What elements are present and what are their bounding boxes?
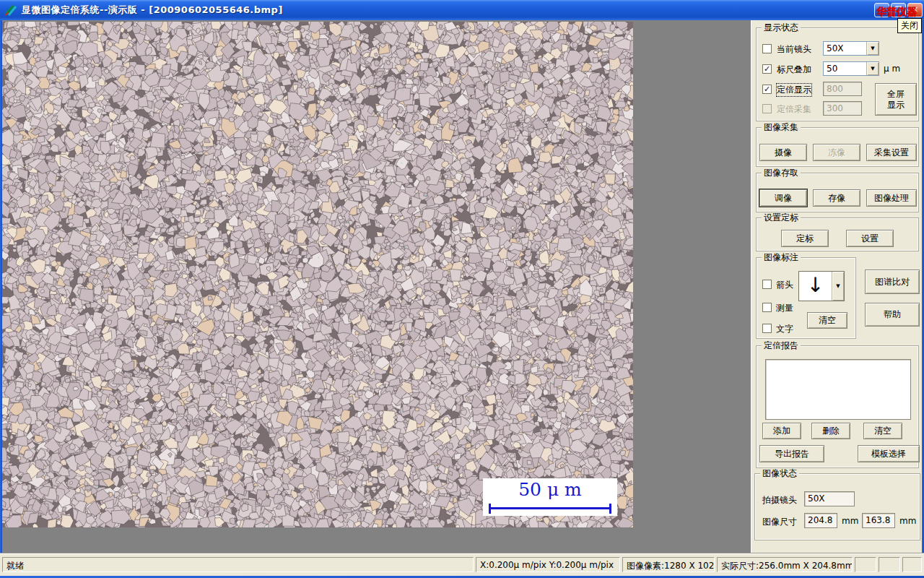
load-image-button[interactable]: 调像 — [759, 189, 807, 207]
status-pane-empty-2 — [879, 557, 900, 572]
group-annotation-label: 图像标注 — [762, 252, 801, 263]
label-shoot-lens: 拍摄镜头 — [762, 494, 797, 506]
label-width-unit: mm — [842, 516, 858, 526]
status-pixels: 图像像素:1280 X 1024 — [622, 557, 715, 572]
group-storage: 图像存取 调像 存像 图像处理 — [756, 173, 919, 212]
status-resolution: X:0.200μ m/pix Y:0.200μ m/pix — [476, 557, 620, 572]
status-ready: 就绪 — [2, 557, 474, 572]
group-display-status-label: 显示状态 — [762, 22, 801, 33]
status-actual-size: 实际尺寸:256.0mm X 204.8mm — [717, 557, 853, 572]
help-button[interactable]: 帮助 — [865, 303, 920, 327]
checkbox-arrow[interactable] — [762, 280, 772, 289]
combo-current-lens[interactable]: 50X ▼ — [823, 41, 879, 56]
field-shoot-lens: 50X — [804, 491, 855, 506]
checkbox-fixed-capture — [762, 104, 772, 113]
label-fixed-display: 定倍显示 — [777, 84, 811, 96]
save-image-button[interactable]: 存像 — [813, 189, 860, 207]
field-image-height: 163.8 — [862, 513, 895, 528]
calibration-settings-button[interactable]: 设置 — [846, 230, 894, 247]
label-scale-overlay: 标尺叠加 — [777, 64, 811, 76]
input-fixed-capture: 300 — [823, 101, 862, 116]
group-report-label: 定倍报告 — [762, 340, 801, 351]
group-image-status-label: 图像状态 — [760, 468, 799, 479]
report-clear-button[interactable]: 清空 — [863, 423, 902, 439]
checkbox-current-lens[interactable] — [762, 44, 772, 53]
status-pane-empty-1 — [855, 557, 876, 572]
scalebar-label: 50 μ m — [483, 479, 617, 501]
group-capture-label: 图像采集 — [762, 122, 801, 133]
window-title: 显微图像定倍系统--演示版 - [20090602055646.bmp] — [22, 4, 283, 17]
group-image-status: 图像状态 拍摄镜头 50X 图像尺寸 204.8 mm 163.8 mm — [754, 473, 920, 540]
group-storage-label: 图像存取 — [762, 168, 801, 178]
micrograph-image — [2, 22, 633, 527]
label-fixed-capture: 定倍采集 — [777, 103, 811, 116]
label-image-size: 图像尺寸 — [762, 516, 797, 528]
app-icon — [4, 4, 17, 17]
clear-annotation-button[interactable]: 清空 — [807, 312, 847, 329]
checkbox-measure[interactable] — [762, 303, 772, 312]
group-calibration: 设置定标 定标 设置 — [756, 217, 919, 251]
freeze-button: 冻像 — [813, 144, 860, 161]
report-listbox[interactable] — [765, 359, 911, 420]
capture-settings-button[interactable]: 采集设置 — [866, 144, 917, 161]
close-tooltip: 关闭 — [897, 18, 922, 33]
close-button[interactable]: ✕ — [907, 3, 923, 17]
status-pane-empty-3 — [902, 557, 922, 572]
image-viewport: 50 μ m — [2, 20, 751, 553]
group-report: 定倍报告 添加 删除 清空 导出报告 模板选择 — [756, 345, 919, 468]
report-add-button[interactable]: 添加 — [762, 423, 801, 439]
checkbox-text[interactable] — [762, 324, 772, 333]
shoot-button[interactable]: 摄像 — [759, 144, 807, 161]
control-panel: 显示状态 当前镜头 50X ▼ ✓ 标尺叠加 50 ▼ μ m ✓ 定倍显示 8… — [751, 20, 922, 553]
check-icon: ✓ — [764, 64, 770, 74]
chevron-down-icon[interactable]: ▼ — [866, 42, 879, 55]
atlas-compare-button[interactable]: 图谱比对 — [865, 269, 920, 294]
group-display-status: 显示状态 当前镜头 50X ▼ ✓ 标尺叠加 50 ▼ μ m ✓ 定倍显示 8… — [756, 27, 919, 121]
combo-scale-value[interactable]: 50 ▼ — [823, 61, 879, 76]
checkbox-scale-overlay[interactable]: ✓ — [762, 64, 772, 74]
label-height-unit: mm — [899, 516, 916, 526]
label-measure: 测量 — [776, 302, 793, 314]
chevron-down-icon[interactable]: ▼ — [832, 272, 844, 301]
titlebar: 显微图像定倍系统--演示版 - [20090602055646.bmp] – ❐… — [0, 0, 924, 20]
template-select-button[interactable]: 模板选择 — [858, 445, 920, 462]
arrow-style-combo[interactable]: ↓ ▼ — [798, 271, 845, 301]
app-window: 显微图像定倍系统--演示版 - [20090602055646.bmp] – ❐… — [0, 0, 924, 578]
restore-button[interactable]: ❐ — [891, 3, 906, 17]
scalebar-overlay: 50 μ m — [483, 478, 617, 516]
statusbar: 就绪 X:0.200μ m/pix Y:0.200μ m/pix 图像像素:12… — [0, 553, 924, 576]
minimize-button[interactable]: – — [874, 3, 889, 17]
check-icon: ✓ — [764, 85, 770, 94]
label-scale-unit: μ m — [884, 64, 900, 74]
label-arrow: 箭头 — [776, 279, 793, 291]
label-text: 文字 — [776, 323, 793, 335]
input-fixed-display: 800 — [823, 82, 862, 96]
chevron-down-icon[interactable]: ▼ — [866, 62, 879, 75]
fullscreen-button[interactable]: 全屏 显示 — [875, 83, 917, 116]
report-delete-button[interactable]: 删除 — [811, 423, 850, 439]
down-arrow-icon: ↓ — [799, 272, 832, 301]
calibrate-button[interactable]: 定标 — [781, 230, 829, 247]
group-calibration-label: 设置定标 — [762, 212, 801, 223]
export-report-button[interactable]: 导出报告 — [759, 445, 824, 462]
scalebar-line — [489, 504, 611, 514]
field-image-width: 204.8 — [804, 513, 837, 528]
group-annotation: 图像标注 箭头 ↓ ▼ 测量 清空 文字 — [756, 257, 856, 339]
label-current-lens: 当前镜头 — [777, 43, 811, 56]
image-process-button[interactable]: 图像处理 — [866, 189, 917, 207]
group-capture: 图像采集 摄像 冻像 采集设置 — [756, 127, 919, 167]
checkbox-fixed-display[interactable]: ✓ — [762, 85, 772, 94]
